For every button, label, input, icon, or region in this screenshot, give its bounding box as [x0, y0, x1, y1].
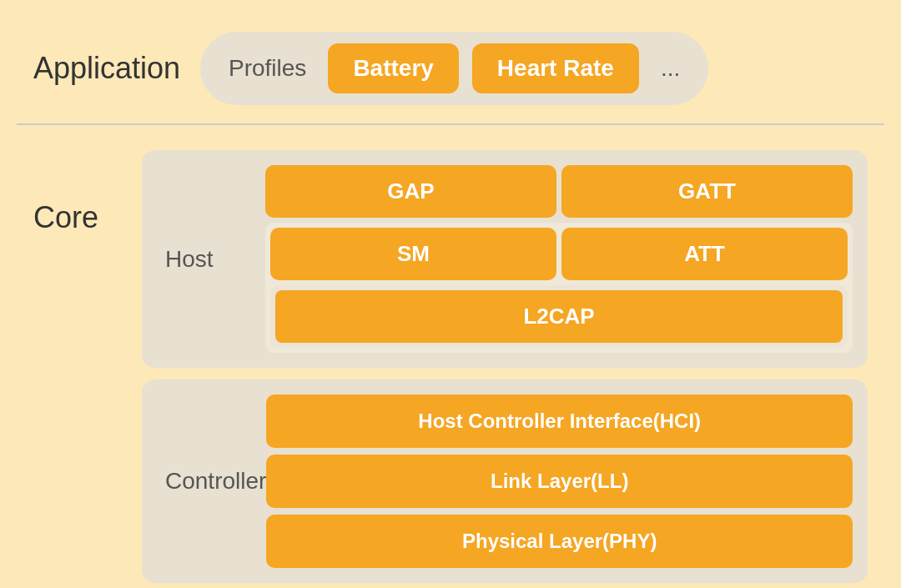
controller-block: Controller Host Controller Interface(HCI… — [142, 379, 868, 583]
gap-cell: GAP — [265, 165, 556, 218]
controller-stack: Host Controller Interface(HCI) Link Laye… — [266, 395, 853, 568]
controller-label: Controller — [157, 395, 266, 568]
l2cap-cell: L2CAP — [275, 290, 843, 343]
host-block: Host GAP GATT SM — [142, 150, 868, 368]
hci-cell: Host Controller Interface(HCI) — [266, 395, 853, 448]
heart-rate-button[interactable]: Heart Rate — [472, 43, 639, 93]
host-row1: GAP GATT — [265, 165, 853, 218]
core-layer: Core Host GAP GATT S — [17, 125, 884, 588]
gatt-cell: GATT — [561, 165, 853, 218]
core-label: Core — [33, 150, 142, 235]
host-grid: GAP GATT SM ATT — [265, 165, 853, 353]
att-cell: ATT — [561, 228, 848, 280]
profiles-pill: Profiles Battery Heart Rate ... — [200, 32, 708, 105]
host-row2: SM ATT — [270, 228, 848, 280]
ellipsis-label: ... — [652, 50, 688, 87]
host-label: Host — [157, 165, 265, 353]
sm-cell: SM — [270, 228, 556, 280]
host-row2-wrapper: SM ATT L2CAP — [265, 223, 853, 353]
profiles-label: Profiles — [220, 50, 315, 87]
l2cap-wrapper: L2CAP — [270, 285, 848, 348]
battery-button[interactable]: Battery — [328, 43, 458, 93]
phy-cell: Physical Layer(PHY) — [266, 515, 853, 568]
application-label: Application — [33, 51, 200, 86]
ll-cell: Link Layer(LL) — [266, 455, 853, 508]
app-layer: Application Profiles Battery Heart Rate … — [17, 17, 884, 125]
core-right: Host GAP GATT SM — [142, 150, 868, 583]
